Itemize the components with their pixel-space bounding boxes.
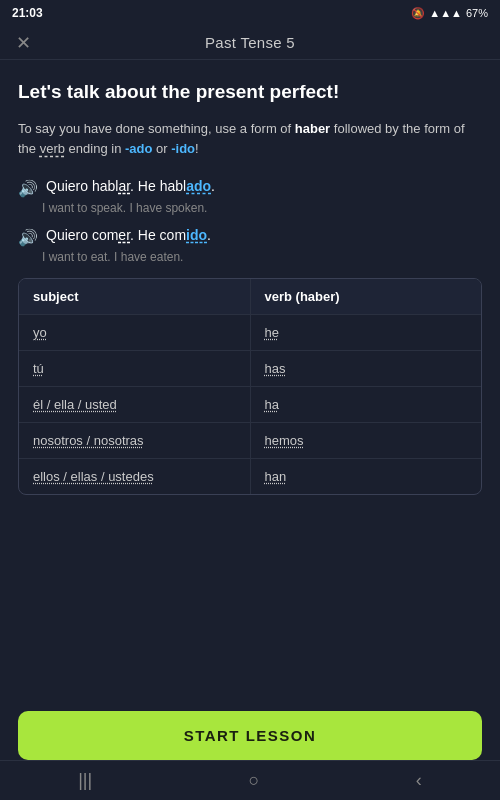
example-block-1: 🔊 Quiero hablar. He hablado. I want to s… xyxy=(18,178,482,215)
intro-line1: To say you have done something, use a fo… xyxy=(18,121,295,136)
intro-verb: verb xyxy=(40,141,65,156)
intro-text: To say you have done something, use a fo… xyxy=(18,119,482,161)
example-sentence-1: 🔊 Quiero hablar. He hablado. xyxy=(18,178,482,198)
table-row: ellos / ellas / ustedes han xyxy=(19,459,481,494)
table-cell-verb-han: han xyxy=(251,459,482,494)
intro-or: or xyxy=(152,141,171,156)
example-block-2: 🔊 Quiero comer. He comido. I want to eat… xyxy=(18,227,482,264)
main-title: Let's talk about the present perfect! xyxy=(18,80,482,105)
table-cell-subject-nosotros: nosotros / nosotras xyxy=(19,423,251,458)
table-cell-verb-ha: ha xyxy=(251,387,482,422)
verb-ending-er: er xyxy=(118,227,130,243)
table-header-row: subject verb (haber) xyxy=(19,279,481,315)
table-cell-verb-he: he xyxy=(251,315,482,350)
translation-1: I want to speak. I have spoken. xyxy=(42,201,482,215)
past-suffix-ado: ado xyxy=(186,178,211,194)
status-signal-icon: ▲▲▲ xyxy=(429,7,462,19)
example-sentence-2: 🔊 Quiero comer. He comido. xyxy=(18,227,482,247)
status-icons: 🔕 ▲▲▲ 67% xyxy=(411,7,488,20)
intro-haber: haber xyxy=(295,121,330,136)
status-notifications-icon: 🔕 xyxy=(411,7,425,20)
intro-end: ! xyxy=(195,141,199,156)
table-cell-subject-el: él / ella / usted xyxy=(19,387,251,422)
sentence-text-2: Quiero comer. He comido. xyxy=(46,227,211,243)
intro-suffix-ado: -ado xyxy=(125,141,152,156)
intro-suffix-ido: -ido xyxy=(171,141,195,156)
table-cell-verb-hemos: hemos xyxy=(251,423,482,458)
past-suffix-ido: ido xyxy=(186,227,207,243)
bottom-area: START LESSON xyxy=(0,711,500,760)
close-button[interactable]: ✕ xyxy=(16,32,31,54)
content-area: Let's talk about the present perfect! To… xyxy=(0,60,500,680)
status-bar: 21:03 🔕 ▲▲▲ 67% xyxy=(0,0,500,26)
start-lesson-button[interactable]: START LESSON xyxy=(18,711,482,760)
table-cell-subject-yo: yo xyxy=(19,315,251,350)
nav-bar: ||| ○ ‹ xyxy=(0,760,500,800)
table-row: él / ella / usted ha xyxy=(19,387,481,423)
nav-back-icon[interactable]: ‹ xyxy=(416,770,422,791)
table-header-subject: subject xyxy=(19,279,251,314)
speaker-icon-2[interactable]: 🔊 xyxy=(18,228,38,247)
status-time: 21:03 xyxy=(12,6,43,20)
speaker-icon-1[interactable]: 🔊 xyxy=(18,179,38,198)
table-header-verb: verb (haber) xyxy=(251,279,482,314)
header-title: Past Tense 5 xyxy=(205,34,295,51)
nav-home-icon[interactable]: ○ xyxy=(249,770,260,791)
sentence-text-1: Quiero hablar. He hablado. xyxy=(46,178,215,194)
intro-line3: ending in xyxy=(65,141,125,156)
table-cell-verb-has: has xyxy=(251,351,482,386)
status-battery: 67% xyxy=(466,7,488,19)
table-cell-subject-ellos: ellos / ellas / ustedes xyxy=(19,459,251,494)
translation-2: I want to eat. I have eaten. xyxy=(42,250,482,264)
verb-ending-ar: ar xyxy=(118,178,130,194)
header: ✕ Past Tense 5 xyxy=(0,26,500,60)
table-row: nosotros / nosotras hemos xyxy=(19,423,481,459)
table-row: yo he xyxy=(19,315,481,351)
vocab-table: subject verb (haber) yo he tú has él / e… xyxy=(18,278,482,495)
nav-menu-icon[interactable]: ||| xyxy=(78,770,92,791)
table-row: tú has xyxy=(19,351,481,387)
table-cell-subject-tu: tú xyxy=(19,351,251,386)
